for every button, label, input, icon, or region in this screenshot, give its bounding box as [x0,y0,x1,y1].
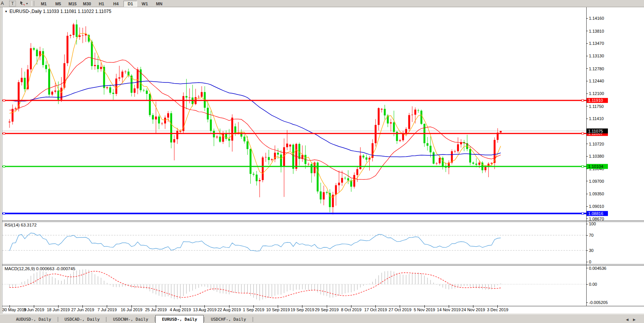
timeframe-button-mn[interactable]: MN [152,1,166,7]
candle-body [256,175,258,181]
candle-body [430,146,432,152]
candle-body [289,145,291,147]
date-tick-label: 1 Sep 2019 [243,307,264,312]
hline-handle[interactable] [3,100,5,101]
candle-body [82,35,84,36]
hline-price-label: 1.08816 [588,211,603,216]
date-tick-label: 27 Jun 2019 [71,307,94,312]
candle-body [9,122,11,122]
candle-body [119,78,120,79]
timeframe-button-group: M1M5M15M30H1H4D1W1MN [36,0,166,7]
text-tool-button[interactable]: T [9,1,16,6]
chart-header: ▼EURUSD-,Daily 1.11033 1.11081 1.11022 1… [5,9,111,14]
timeframe-button-m5[interactable]: M5 [51,1,65,7]
tool-dropdown-caret-icon[interactable]: ▾ [26,2,28,5]
candle-body [344,178,346,178]
candle-body [30,48,32,70]
current-price-label: 1.11075 [588,129,603,133]
candle-body [57,90,59,100]
candle-body [427,143,429,146]
hline-handle[interactable] [582,133,584,135]
hline-handle[interactable] [582,100,584,101]
candle-body [210,119,212,131]
candle-body [375,125,377,143]
candle-body [457,144,459,151]
candle-body [70,35,71,36]
rsi-indicator-label: RSI(14) 63.3172 [5,223,36,227]
candle-body [445,167,447,168]
timeframe-button-m1[interactable]: M1 [37,1,51,7]
candle-body [472,163,474,164]
candle-body [15,108,17,109]
chart-ohlc-values: 1.11033 1.11081 1.11022 1.11075 [43,9,111,14]
chart-tab-usdchf[interactable]: USDCHF-, Daily [205,316,252,323]
candle-body [271,159,273,160]
tab-scroll-right-icon[interactable]: ▶ [633,318,640,321]
candle-body [36,50,38,56]
date-tick-label: 30 May 2019 [2,307,27,312]
candle-body [222,134,224,142]
candle-body [122,71,123,77]
date-tick-label: 22 Aug 2019 [217,307,241,312]
macd-axis-label: -0.005205 [589,300,608,305]
candle-body [225,134,227,139]
candle-body [265,157,267,157]
candle-body [411,115,413,115]
timeframe-button-h4[interactable]: H4 [109,1,123,7]
date-tick-label: 8 Oct 2019 [341,307,361,312]
candle-body [66,36,68,63]
candle-body [356,169,358,175]
price-tick-label: 1.08670 [589,217,604,221]
candle-body [201,92,203,97]
price-tick-label: 1.12100 [589,91,604,96]
hline-handle[interactable] [3,212,5,214]
candle-body [51,92,53,95]
candle-body [433,152,435,164]
timeframe-button-m15[interactable]: M15 [66,1,79,7]
candle-body [170,113,172,142]
candle-body [134,89,136,93]
date-tick-label: 7 Jul 2019 [98,307,117,312]
timeframe-button-d1[interactable]: D1 [123,1,137,7]
candle-body [454,151,456,152]
candle-body [97,65,99,69]
hline-price-label: 1.11910 [588,98,603,103]
date-tick-label: 25 Jul 2019 [145,307,167,312]
candle-body [341,178,343,182]
candle-body [362,156,364,158]
timeframe-button-m30[interactable]: M30 [80,1,94,7]
hline-handle[interactable] [582,212,584,214]
date-tick-label: 29 Sep 2019 [315,307,339,312]
candle-body [143,90,145,90]
candle-body [347,178,349,180]
candle-body [137,70,139,89]
hline-handle[interactable] [582,165,584,167]
rsi-axis-label: 30 [589,248,593,253]
arrow-objects-icon[interactable] [20,1,26,6]
chart-collapse-icon[interactable]: ▼ [5,10,8,13]
date-tick-label: 18 Jun 2019 [47,307,70,312]
timeframe-button-w1[interactable]: W1 [138,1,152,7]
hline-handle[interactable] [3,165,5,167]
candle-body [418,110,419,111]
candle-body [286,144,288,147]
mt4-window: 1.141601.138101.134701.131301.127801.124… [0,0,644,323]
tab-scroll-left-icon[interactable]: ◀ [626,318,633,321]
candle-body [45,65,47,69]
candle-body [48,69,50,95]
candle-body [253,174,255,175]
hline-handle[interactable] [3,133,5,135]
chart-tab-usdcnh[interactable]: USDCNH-, Daily [107,316,154,323]
chart-tab-eurusd[interactable]: EURUSD-, Daily [155,315,204,323]
date-tick-label: 14 Nov 2019 [437,307,460,312]
chart-tab-audusd[interactable]: AUDUSD-, Daily [10,316,57,323]
chart-tab-usdcad[interactable]: USDCAD-, Daily [59,316,106,323]
timeframe-button-h1[interactable]: H1 [95,1,108,7]
candle-body [106,87,108,88]
candle-body [439,158,441,163]
macd-axis-label: 0.00 [589,282,597,287]
cursor-tool-label[interactable]: A [1,1,6,6]
chart-tabs: AUDUSD-, DailyUSDCAD-, DailyUSDCNH-, Dai… [10,316,253,323]
candle-body [219,137,221,142]
candle-body [79,35,81,37]
